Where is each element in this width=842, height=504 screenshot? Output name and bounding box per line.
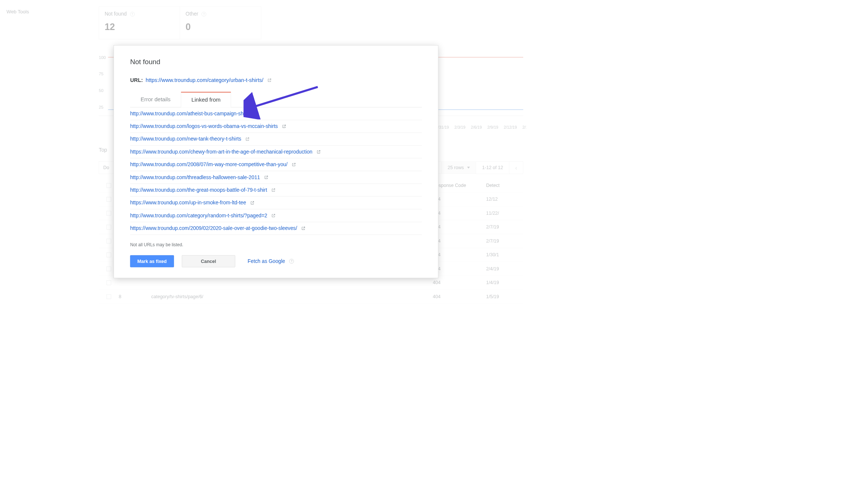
tabs: Error details Linked from [130, 92, 422, 108]
table-row[interactable]: 8category/tv-shirts/page/6/4041/5/19 [99, 290, 523, 304]
linked-from-row: http://www.troundup.com/the-great-moops-… [130, 184, 422, 197]
row-url[interactable]: category/tv-shirts/page/6/ [151, 294, 433, 299]
fetch-as-google-link[interactable]: Fetch as Google ? [248, 258, 294, 264]
cancel-button[interactable]: Cancel [182, 255, 235, 267]
stat-value: 0 [186, 22, 255, 32]
row-response-code: 404 [433, 197, 486, 202]
y-tick: 25 [99, 105, 104, 110]
external-link-icon[interactable] [271, 188, 275, 192]
external-link-icon[interactable] [252, 112, 256, 116]
external-link-icon[interactable] [264, 175, 268, 179]
stat-value: 12 [105, 22, 174, 32]
mark-as-fixed-button[interactable]: Mark as fixed [130, 255, 174, 267]
linked-from-url[interactable]: http://www.troundup.com/threadless-hallo… [130, 174, 260, 180]
linked-from-row: http://www.troundup.com/2008/07/im-way-m… [130, 158, 422, 171]
external-link-icon[interactable] [245, 137, 249, 141]
external-link-icon[interactable] [250, 201, 254, 205]
row-detected: 1/30/1 [486, 252, 523, 257]
row-detected: 2/7/19 [486, 238, 523, 244]
stat-card-other[interactable]: Other ? 0 [180, 7, 261, 40]
linked-from-row: http://www.troundup.com/atheist-bus-camp… [130, 107, 422, 120]
row-detected: 1/5/19 [486, 294, 523, 299]
linked-from-row: https://www.troundup.com/chewy-from-art-… [130, 146, 422, 158]
row-response-code: 404 [433, 238, 486, 244]
y-tick: 50 [99, 88, 104, 93]
error-detail-modal: Not found URL: https://www.troundup.com/… [114, 45, 438, 278]
rows-per-page[interactable]: 25 rows [441, 162, 476, 174]
help-icon[interactable]: ? [130, 12, 135, 17]
help-icon[interactable]: ? [289, 259, 294, 264]
linked-from-url[interactable]: http://www.troundup.com/the-great-moops-… [130, 187, 267, 193]
row-checkbox[interactable] [99, 280, 119, 285]
row-detected: 11/22/ [486, 211, 523, 216]
row-index: 8 [119, 294, 151, 299]
row-detected: 12/12 [486, 197, 523, 202]
linked-from-url[interactable]: http://www.troundup.com/category/random-… [130, 213, 268, 218]
tab-error-details[interactable]: Error details [130, 92, 181, 108]
note: Not all URLs may be listed. [130, 242, 422, 247]
row-range: 1-12 of 12 [476, 162, 509, 174]
external-link-icon[interactable] [301, 226, 305, 230]
col-response-code[interactable]: Response Code [433, 183, 486, 188]
linked-from-row: http://www.troundup.com/threadless-hallo… [130, 171, 422, 184]
row-response-code: 404 [433, 266, 486, 271]
row-response-code: 404 [433, 294, 486, 299]
help-icon[interactable]: ? [202, 12, 206, 17]
stat-label: Other [186, 11, 198, 17]
stat-card-not-found[interactable]: Not found ? 12 [99, 7, 180, 40]
x-ticks: 1/31/19 2/3/19 2/6/19 2/9/19 2/12/19 2/1… [432, 121, 527, 135]
url-label: URL: [130, 77, 143, 83]
row-response-code: 404 [433, 280, 486, 285]
linked-from-row: http://www.troundup.com/new-tank-theory-… [130, 133, 422, 145]
stat-cards: Not found ? 12 Other ? 0 [99, 7, 261, 40]
linked-from-row: https://www.troundup.com/2009/02/2020-sa… [130, 222, 422, 235]
row-detected: 1/4/19 [486, 280, 523, 285]
row-checkbox[interactable] [99, 294, 119, 299]
y-tick: 100 [99, 55, 106, 60]
linked-from-url[interactable]: https://www.troundup.com/2009/02/2020-sa… [130, 225, 297, 231]
section-top-label: Top [99, 147, 107, 153]
tab-linked-from[interactable]: Linked from [181, 92, 231, 108]
linked-from-url[interactable]: http://www.troundup.com/new-tank-theory-… [130, 136, 242, 142]
row-detected: 2/4/19 [486, 266, 523, 271]
y-tick: 75 [99, 72, 104, 76]
linked-from-row: http://www.troundup.com/category/random-… [130, 209, 422, 222]
external-link-icon[interactable] [292, 162, 296, 167]
stat-label: Not found [105, 11, 127, 17]
row-response-code: 404 [433, 211, 486, 216]
linked-from-list: http://www.troundup.com/atheist-bus-camp… [130, 107, 422, 235]
linked-from-row: https://www.troundup.com/up-in-smoke-fro… [130, 197, 422, 209]
external-link-icon[interactable] [268, 78, 272, 82]
linked-from-row: http://www.troundup.com/logos-vs-words-o… [130, 120, 422, 133]
chevron-down-icon [467, 167, 470, 168]
prev-page-button[interactable]: ‹ [509, 162, 523, 174]
external-link-icon[interactable] [282, 124, 286, 128]
external-link-icon[interactable] [317, 150, 321, 154]
linked-from-url[interactable]: https://www.troundup.com/up-in-smoke-fro… [130, 200, 246, 206]
row-response-code: 404 [433, 224, 486, 230]
col-detected[interactable]: Detect [486, 183, 523, 188]
linked-from-url[interactable]: https://www.troundup.com/chewy-from-art-… [130, 149, 312, 155]
error-url-link[interactable]: https://www.troundup.com/category/urban-… [145, 77, 263, 83]
linked-from-url[interactable]: http://www.troundup.com/atheist-bus-camp… [130, 111, 248, 116]
sidebar-web-tools[interactable]: Web Tools [7, 9, 29, 14]
linked-from-url[interactable]: http://www.troundup.com/2008/07/im-way-m… [130, 162, 288, 168]
row-response-code: 404 [433, 252, 486, 257]
linked-from-url[interactable]: http://www.troundup.com/logos-vs-words-o… [130, 123, 278, 129]
modal-title: Not found [130, 58, 422, 66]
external-link-icon[interactable] [271, 214, 275, 218]
row-detected: 2/7/19 [486, 224, 523, 230]
